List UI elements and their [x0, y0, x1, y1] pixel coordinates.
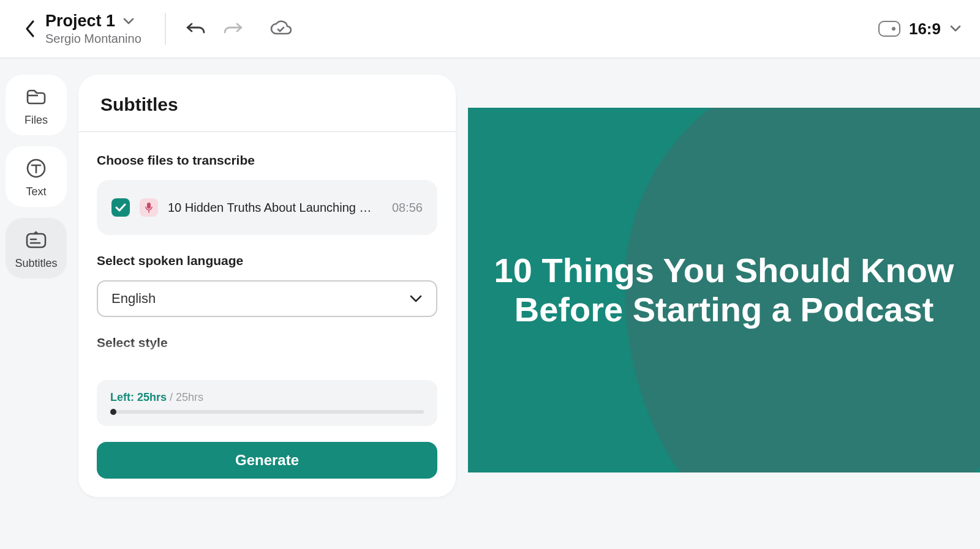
back-button[interactable]: [17, 15, 44, 42]
chevron-down-icon: [949, 24, 962, 33]
aspect-ratio-value: 16:9: [909, 20, 941, 39]
quota-card: Left: 25hrs / 25hrs: [97, 380, 437, 426]
video-preview[interactable]: 10 Things You Should Know Before Startin…: [468, 108, 980, 472]
file-row[interactable]: 10 Hidden Truths About Launching … 08:56: [97, 180, 437, 235]
chevron-down-icon: [123, 17, 135, 26]
subtitles-icon: [25, 229, 47, 251]
rail-label: Files: [24, 114, 48, 127]
quota-total: / 25hrs: [170, 391, 203, 403]
quota-left: Left: 25hrs: [110, 391, 167, 403]
choose-files-label: Choose files to transcribe: [97, 153, 437, 168]
history-controls: [182, 15, 295, 43]
panel-title: Subtitles: [78, 75, 456, 132]
language-value: English: [111, 291, 156, 307]
project-owner: Sergio Montanino: [45, 32, 141, 46]
project-name-dropdown[interactable]: Project 1: [45, 12, 141, 31]
svg-rect-2: [27, 234, 45, 247]
check-icon: [115, 203, 126, 212]
workarea: Files Text Subtitles Subtitles Choose fi…: [0, 59, 980, 549]
undo-icon: [186, 20, 206, 37]
chevron-down-icon: [409, 294, 423, 303]
rail-item-subtitles[interactable]: Subtitles: [6, 218, 67, 278]
chevron-left-icon: [24, 20, 37, 38]
project-name: Project 1: [45, 12, 115, 31]
redo-icon: [222, 20, 243, 37]
file-duration: 08:56: [392, 201, 423, 215]
quota-bar: [110, 410, 424, 414]
mic-icon: [145, 202, 153, 213]
style-label: Select style: [97, 335, 437, 350]
file-name: 10 Hidden Truths About Launching …: [168, 201, 382, 215]
generate-button[interactable]: Generate: [97, 442, 437, 479]
subtitles-panel: Subtitles Choose files to transcribe 10 …: [78, 75, 456, 497]
language-select[interactable]: English: [97, 280, 437, 317]
quota-text: Left: 25hrs / 25hrs: [110, 391, 424, 404]
rail-label: Text: [26, 185, 46, 198]
divider: [165, 13, 166, 45]
panel-footer: Left: 25hrs / 25hrs Generate: [78, 380, 456, 497]
svg-rect-5: [147, 203, 151, 209]
cloud-save-button[interactable]: [266, 15, 295, 43]
aspect-ratio-dropdown[interactable]: 16:9: [878, 20, 962, 39]
redo-button[interactable]: [219, 15, 247, 43]
cloud-check-icon: [270, 20, 292, 37]
aspect-ratio-icon: [878, 21, 900, 37]
undo-button[interactable]: [182, 15, 210, 43]
side-rail: Files Text Subtitles: [0, 59, 72, 549]
text-icon: [25, 157, 47, 179]
preview-title: 10 Things You Should Know Before Startin…: [492, 251, 956, 330]
project-block: Project 1 Sergio Montanino: [45, 12, 141, 46]
rail-label: Subtitles: [15, 257, 57, 270]
language-label: Select spoken language: [97, 253, 437, 268]
file-checkbox[interactable]: [111, 198, 130, 217]
audio-file-icon: [140, 198, 158, 217]
rail-item-text[interactable]: Text: [6, 146, 67, 207]
folder-icon: [25, 86, 47, 108]
topbar: Project 1 Sergio Montanino 16:9: [0, 0, 980, 59]
rail-item-files[interactable]: Files: [6, 75, 67, 135]
